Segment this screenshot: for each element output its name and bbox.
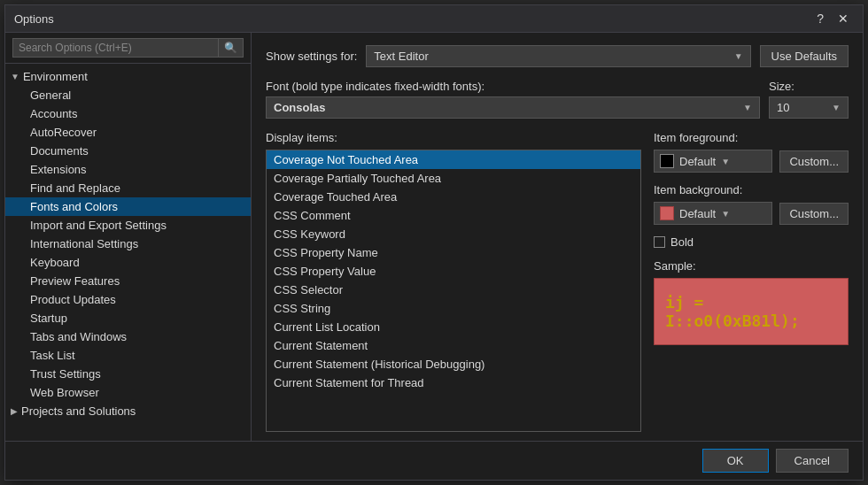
sample-section: Sample: ij = I::o0(0xB81l); — [654, 259, 849, 345]
tree-item-label: Tabs and Windows — [30, 330, 127, 343]
sample-code: ij = I::o0(0xB81l); — [665, 293, 837, 330]
display-items-list[interactable]: Coverage Not Touched Area Coverage Parti… — [266, 150, 641, 432]
bg-color-label: Default — [679, 207, 716, 220]
sample-label: Sample: — [654, 259, 849, 273]
size-dropdown[interactable]: 10 ▼ — [769, 96, 849, 119]
tree-item-label: Environment — [23, 70, 88, 83]
list-item[interactable]: Current Statement (Historical Debugging) — [267, 355, 640, 373]
help-button[interactable]: ? — [811, 11, 829, 27]
options-dialog: Options ? ✕ 🔍 ▼ Environment General — [4, 4, 864, 481]
tree-item-label: General — [30, 89, 71, 102]
tree-item-documents[interactable]: Documents — [5, 142, 251, 160]
tree-item-keyboard[interactable]: Keyboard — [5, 253, 251, 272]
right-panel: Show settings for: Text Editor ▼ Use Def… — [252, 33, 863, 441]
foreground-color-swatch — [660, 154, 674, 168]
font-row: Font (bold type indicates fixed-width fo… — [266, 80, 849, 119]
background-color-swatch — [660, 206, 674, 220]
chevron-down-icon: ▼ — [832, 103, 841, 112]
tree-item-projects-solutions[interactable]: ▶ Projects and Solutions — [5, 402, 251, 420]
tree-item-international[interactable]: International Settings — [5, 235, 251, 253]
search-input[interactable] — [12, 38, 219, 58]
fg-custom-button[interactable]: Custom... — [779, 150, 849, 173]
text-editor-value: Text Editor — [374, 50, 428, 63]
list-item[interactable]: CSS Selector — [267, 281, 640, 299]
tree-item-accounts[interactable]: Accounts — [5, 104, 251, 123]
cancel-button[interactable]: Cancel — [776, 449, 849, 473]
tree-item-label: Task List — [30, 349, 75, 362]
display-items-label: Display items: — [266, 131, 641, 144]
close-button[interactable]: ✕ — [833, 11, 854, 27]
list-item[interactable]: CSS Comment — [267, 206, 640, 225]
foreground-row: Default ▼ Custom... — [654, 150, 849, 173]
left-panel: 🔍 ▼ Environment General Accounts AutoRec… — [5, 33, 252, 441]
bold-label: Bold — [670, 235, 694, 249]
tree-item-label: Documents — [30, 144, 89, 158]
tree-item-label: Extensions — [30, 163, 87, 176]
tree-item-product-updates[interactable]: Product Updates — [5, 290, 251, 309]
list-item[interactable]: Current Statement for Thread — [267, 373, 640, 392]
list-item[interactable]: CSS Property Name — [267, 243, 640, 262]
tree-container: ▼ Environment General Accounts AutoRecov… — [5, 64, 251, 441]
text-editor-dropdown[interactable]: Text Editor ▼ — [366, 45, 750, 67]
content-area: 🔍 ▼ Environment General Accounts AutoRec… — [5, 33, 863, 441]
footer: OK Cancel — [5, 441, 863, 480]
chevron-down-icon: ▼ — [721, 157, 730, 166]
tree-item-label: Product Updates — [30, 293, 116, 306]
show-settings-label: Show settings for: — [266, 50, 357, 63]
tree-item-general[interactable]: General — [5, 86, 251, 104]
item-background-label: Item background: — [654, 183, 849, 196]
fg-color-label: Default — [679, 155, 716, 168]
list-item[interactable]: CSS Keyword — [267, 225, 640, 243]
list-item[interactable]: Coverage Not Touched Area — [267, 150, 640, 169]
tree-item-web-browser[interactable]: Web Browser — [5, 383, 251, 402]
bold-checkbox[interactable] — [654, 236, 665, 248]
background-section: Item background: Default ▼ Custom... — [654, 183, 849, 225]
tree-item-startup[interactable]: Startup — [5, 309, 251, 327]
tree-item-label: Accounts — [30, 107, 77, 120]
tree-item-label: AutoRecover — [30, 126, 97, 139]
tree-item-label: Preview Features — [30, 274, 120, 288]
list-item[interactable]: Current List Location — [267, 318, 640, 336]
tree-item-find-replace[interactable]: Find and Replace — [5, 179, 251, 197]
foreground-section: Item foreground: Default ▼ Custom... — [654, 131, 849, 173]
chevron-down-icon: ▼ — [743, 103, 752, 112]
foreground-dropdown[interactable]: Default ▼ — [654, 150, 772, 173]
tree-item-extensions[interactable]: Extensions — [5, 160, 251, 179]
tree-item-task-list[interactable]: Task List — [5, 346, 251, 365]
background-dropdown[interactable]: Default ▼ — [654, 202, 772, 225]
title-bar-right: ? ✕ — [811, 11, 854, 27]
tree-item-label: Fonts and Colors — [30, 200, 118, 213]
font-value: Consolas — [274, 101, 326, 114]
title-bar: Options ? ✕ — [5, 5, 863, 33]
list-item[interactable]: Current Statement — [267, 336, 640, 355]
tree-item-label: Find and Replace — [30, 181, 120, 195]
bg-custom-button[interactable]: Custom... — [779, 203, 849, 225]
tree-item-autorecover[interactable]: AutoRecover — [5, 123, 251, 142]
font-dropdown[interactable]: Consolas ▼ — [266, 96, 760, 119]
list-item[interactable]: Coverage Partially Touched Area — [267, 169, 640, 188]
tree-item-import-export[interactable]: Import and Export Settings — [5, 216, 251, 235]
use-defaults-button[interactable]: Use Defaults — [760, 45, 849, 67]
list-item[interactable]: Coverage Touched Area — [267, 188, 640, 206]
chevron-down-icon: ▼ — [734, 51, 743, 61]
chevron-down-icon: ▼ — [721, 209, 730, 219]
search-box: 🔍 — [5, 33, 251, 64]
sample-box: ij = I::o0(0xB81l); — [654, 278, 849, 345]
tree-item-label: Trust Settings — [30, 367, 101, 381]
font-label: Font (bold type indicates fixed-width fo… — [266, 80, 760, 93]
main-content: Display items: Coverage Not Touched Area… — [266, 131, 849, 432]
tree-item-fonts-colors[interactable]: Fonts and Colors — [5, 197, 251, 216]
tree-item-environment[interactable]: ▼ Environment — [5, 67, 251, 86]
tree-item-label: Projects and Solutions — [21, 404, 136, 418]
list-item[interactable]: CSS Property Value — [267, 262, 640, 281]
tree-item-label: Startup — [30, 312, 67, 325]
font-section: Font (bold type indicates fixed-width fo… — [266, 80, 760, 119]
tree-item-trust-settings[interactable]: Trust Settings — [5, 365, 251, 383]
tree-item-tabs-windows[interactable]: Tabs and Windows — [5, 327, 251, 346]
list-item[interactable]: CSS String — [267, 299, 640, 318]
tree-item-label: Web Browser — [30, 386, 99, 399]
tree-item-preview-features[interactable]: Preview Features — [5, 272, 251, 290]
ok-button[interactable]: OK — [702, 449, 769, 473]
search-icon-button[interactable]: 🔍 — [219, 38, 244, 58]
title-bar-left: Options — [14, 12, 54, 26]
